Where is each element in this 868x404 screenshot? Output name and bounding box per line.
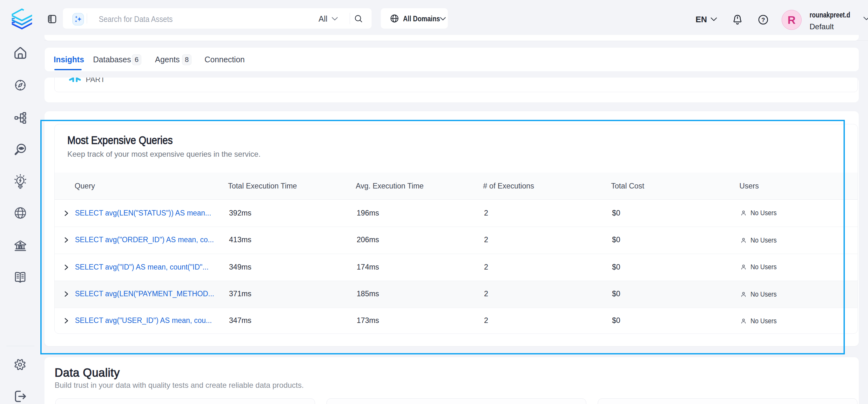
svg-text:?: ? [761, 17, 765, 23]
